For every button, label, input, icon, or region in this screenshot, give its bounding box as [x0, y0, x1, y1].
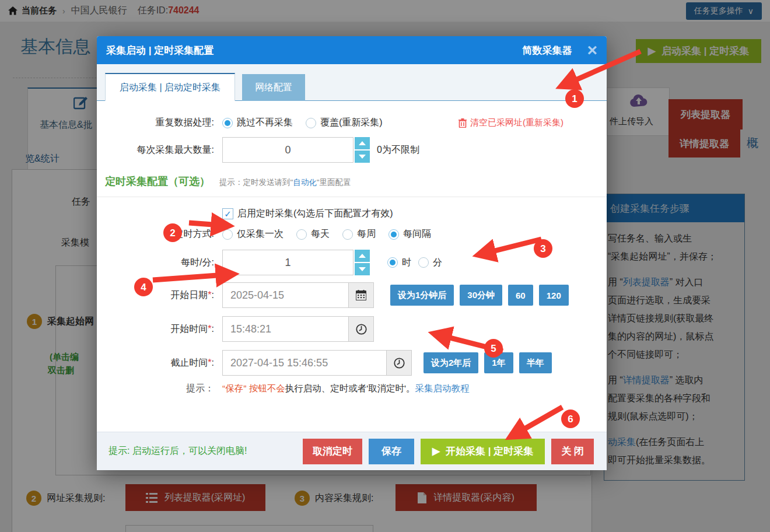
start-date-input[interactable]: [222, 282, 348, 308]
radio-unit-hour[interactable]: [387, 257, 398, 268]
save-button[interactable]: 保存: [369, 439, 414, 464]
radio-weekly[interactable]: [342, 229, 353, 240]
trash-icon: [459, 118, 467, 128]
start-time-label: 开始时间*:: [97, 323, 222, 335]
interval-stepper[interactable]: [355, 250, 370, 275]
play-icon: ▶: [432, 445, 440, 457]
start-date-row: 开始日期*: 设为1分钟后 30分钟 60: [97, 282, 607, 308]
tab-network-config[interactable]: 网络配置: [242, 74, 305, 101]
cancel-timer-button[interactable]: 取消定时: [303, 439, 362, 464]
radio-skip-duplicates-label: 跳过不再采集: [237, 117, 293, 129]
set-1min-later-button[interactable]: 设为1分钟后: [390, 285, 454, 306]
max-count-row: 每次采集最大数量: 0为不限制: [97, 137, 607, 163]
clock-icon-start[interactable]: [348, 316, 374, 342]
brand-label: 简数采集器: [522, 44, 572, 57]
dialog-tabs: 启动采集 | 启动定时采集 网络配置: [97, 64, 607, 101]
section-divider: [97, 197, 607, 197]
clock-icon-end[interactable]: [386, 350, 412, 376]
radio-skip-duplicates[interactable]: [222, 118, 233, 128]
automation-link[interactable]: 自动化: [293, 178, 317, 187]
footer-hint: 提示: 启动运行后，可以关闭电脑!: [108, 445, 247, 457]
max-count-input[interactable]: [222, 137, 354, 163]
screen: 当前任务 › 中国人民银行 任务ID:740244 任务更多操作 ∨ 基本信息 …: [0, 0, 770, 532]
max-count-stepper[interactable]: [355, 137, 370, 163]
radio-unit-minute[interactable]: [418, 257, 429, 268]
interval-label: 每时/分:: [97, 257, 222, 269]
close-button[interactable]: 关 闭: [551, 439, 594, 464]
radio-interval-label: 每间隔: [403, 228, 431, 240]
start-time-input[interactable]: [222, 316, 348, 342]
save-note-row: 提示： “保存” 按钮不会 执行启动、定时或者'取消定时'。 采集启动教程: [97, 383, 607, 395]
set-2years-later-button[interactable]: 设为2年后: [424, 352, 478, 373]
timer-mode-row: 定时方式: 仅采集一次 每天 每周 每间隔: [97, 228, 607, 240]
radio-overwrite[interactable]: [306, 118, 316, 128]
enable-timer-checkbox[interactable]: ✓: [222, 208, 233, 219]
quick-30min-button[interactable]: 30分钟: [460, 285, 502, 306]
close-icon[interactable]: ×: [587, 43, 597, 58]
quick-120-button[interactable]: 120: [539, 285, 569, 306]
end-time-input[interactable]: [222, 350, 386, 376]
start-date-label: 开始日期*:: [97, 289, 222, 302]
collect-start-tutorial-link[interactable]: 采集启动教程: [415, 383, 470, 395]
timer-section-heading: 定时采集配置（可选） 提示：定时发送请到"自动化"里面配置: [105, 174, 607, 188]
radio-interval[interactable]: [388, 229, 399, 240]
collect-start-timer-dialog: 采集启动 | 定时采集配置 简数采集器 × 启动采集 | 启动定时采集 网络配置…: [97, 36, 607, 470]
radio-daily-label: 每天: [311, 228, 330, 240]
enable-timer-label: 启用定时采集(勾选后下面配置才有效): [237, 208, 393, 220]
radio-unit-hour-label: 时: [402, 257, 411, 269]
timer-section-title: 定时采集配置（可选）: [105, 174, 210, 188]
quick-60-button[interactable]: 60: [508, 285, 533, 306]
radio-once[interactable]: [222, 229, 233, 240]
radio-unit-minute-label: 分: [433, 257, 442, 269]
enable-timer-row: ✓ 启用定时采集(勾选后下面配置才有效): [97, 208, 607, 220]
radio-daily[interactable]: [296, 229, 307, 240]
quick-halfyear-button[interactable]: 半年: [519, 352, 552, 373]
start-collect-timer-button[interactable]: ▶ 开始采集 | 定时采集: [421, 439, 545, 464]
dialog-header: 采集启动 | 定时采集配置 简数采集器 ×: [97, 36, 607, 64]
clear-collected-urls-link[interactable]: 清空已采网址(重新采集): [459, 117, 564, 128]
radio-weekly-label: 每周: [357, 228, 376, 240]
radio-once-label: 仅采集一次: [237, 228, 284, 240]
duplicate-handling-row: 重复数据处理: 跳过不再采集 覆盖(重新采集) 清空已采网址(重新采集): [97, 117, 607, 129]
duplicate-handling-label: 重复数据处理:: [97, 117, 222, 129]
max-count-label: 每次采集最大数量:: [97, 144, 222, 156]
save-note-red: “保存” 按钮不会: [222, 383, 285, 395]
radio-overwrite-label: 覆盖(重新采集): [320, 117, 383, 129]
end-time-label: 截止时间*:: [97, 357, 222, 369]
save-note-label: 提示：: [97, 383, 222, 395]
end-time-row: 截止时间*: 设为2年后 1年 半年: [97, 350, 607, 376]
interval-row: 每时/分: 时 分: [97, 250, 607, 275]
interval-input[interactable]: [222, 250, 354, 275]
save-note-dark: 执行启动、定时或者'取消定时'。: [285, 383, 415, 395]
calendar-icon[interactable]: [348, 282, 374, 308]
dialog-body: 重复数据处理: 跳过不再采集 覆盖(重新采集) 清空已采网址(重新采集) 每次采…: [97, 101, 607, 395]
dialog-footer: 提示: 启动运行后，可以关闭电脑! 取消定时 保存 ▶ 开始采集 | 定时采集 …: [97, 432, 607, 470]
start-time-row: 开始时间*:: [97, 316, 607, 342]
timer-section-hint: 提示：定时发送请到"自动化"里面配置: [219, 177, 351, 188]
tab-start-collect[interactable]: 启动采集 | 启动定时采集: [105, 73, 235, 101]
max-count-hint: 0为不限制: [377, 144, 419, 156]
timer-mode-label: 定时方式:: [97, 228, 222, 240]
quick-1year-button[interactable]: 1年: [484, 352, 513, 373]
dialog-title: 采集启动 | 定时采集配置: [106, 44, 214, 57]
